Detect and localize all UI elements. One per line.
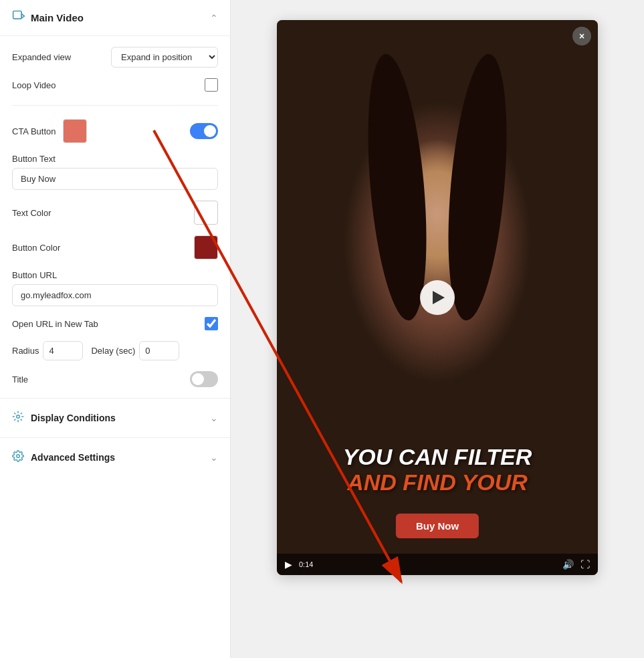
expanded-view-row: Expanded view Expand in position Expand …: [12, 47, 218, 68]
advanced-settings-label: Advanced Settings: [31, 452, 115, 463]
advanced-settings-section: Advanced Settings ⌄: [0, 437, 230, 477]
overlay-line1: YOU CAN FILTER: [290, 445, 584, 469]
radius-input[interactable]: [43, 341, 83, 360]
cta-button-label: CTA Button: [12, 126, 56, 136]
delay-input[interactable]: [139, 341, 179, 360]
play-triangle-icon: [433, 291, 445, 304]
video-close-button[interactable]: ×: [572, 27, 591, 45]
button-url-label: Button URL: [12, 270, 218, 280]
video-controls: ▶ 0:14 🔊 ⛶: [277, 554, 598, 575]
button-url-group: Button URL: [12, 270, 218, 306]
svg-point-1: [17, 415, 20, 419]
overlay-line2: AND FIND YOUR: [290, 470, 584, 495]
section-title-text: Main Video: [31, 12, 84, 23]
button-url-input[interactable]: [12, 284, 218, 306]
overlay-text: YOU CAN FILTER AND FIND YOUR: [277, 445, 598, 495]
play-button[interactable]: [420, 280, 455, 315]
cta-toggle[interactable]: [190, 123, 218, 139]
display-conditions-chevron[interactable]: ⌄: [210, 413, 218, 423]
close-icon: ×: [579, 31, 584, 41]
display-conditions-title: Display Conditions: [12, 411, 116, 425]
display-conditions-header[interactable]: Display Conditions ⌄: [0, 399, 230, 437]
title-row: Title: [12, 371, 218, 387]
svg-point-2: [17, 455, 20, 458]
delay-label: Delay (sec): [91, 346, 135, 356]
button-text-group: Button Text: [12, 154, 218, 190]
video-icon: [12, 9, 25, 26]
display-conditions-section: Display Conditions ⌄: [0, 398, 230, 437]
button-color-swatch[interactable]: [194, 235, 218, 259]
open-url-label: Open URL in New Tab: [12, 319, 98, 329]
volume-icon[interactable]: 🔊: [562, 559, 574, 570]
button-text-label: Button Text: [12, 154, 218, 164]
delay-field: Delay (sec): [91, 341, 179, 360]
title-toggle-slider: [190, 371, 218, 387]
loop-video-row: Loop Video: [12, 78, 218, 92]
title-toggle[interactable]: [190, 371, 218, 387]
button-color-row: Button Color: [12, 235, 218, 259]
text-color-row: Text Color: [12, 201, 218, 225]
video-play-control[interactable]: ▶: [285, 559, 292, 570]
settings-content: Expanded view Expand in position Expand …: [0, 36, 230, 398]
loop-video-checkbox[interactable]: [205, 78, 218, 92]
left-panel: Main Video ⌃ Expanded view Expand in pos…: [0, 0, 231, 658]
svg-rect-0: [13, 11, 22, 19]
display-conditions-label: Display Conditions: [31, 413, 116, 423]
text-color-swatch[interactable]: [194, 201, 218, 225]
radius-field: Radius: [12, 341, 83, 360]
radius-label: Radius: [12, 346, 39, 356]
advanced-settings-header[interactable]: Advanced Settings ⌄: [0, 438, 230, 477]
expanded-view-dropdown[interactable]: Expand in position Expand fullscreen Exp…: [111, 47, 218, 68]
open-url-checkbox[interactable]: [205, 317, 218, 330]
advanced-settings-title: Advanced Settings: [12, 450, 115, 465]
text-color-label: Text Color: [12, 208, 51, 218]
open-url-row: Open URL in New Tab: [12, 317, 218, 330]
display-conditions-icon: [12, 411, 24, 425]
expanded-view-label: Expanded view: [12, 52, 71, 62]
full-page: Main Video ⌃ Expanded view Expand in pos…: [0, 0, 644, 658]
section-collapse-icon[interactable]: ⌃: [210, 13, 218, 23]
section-title: Main Video: [12, 9, 84, 26]
button-color-label: Button Color: [12, 243, 60, 253]
title-label: Title: [12, 374, 28, 385]
number-row: Radius Delay (sec): [12, 341, 218, 360]
divider-1: [12, 105, 218, 106]
cta-button-row: CTA Button: [12, 119, 218, 143]
button-text-input[interactable]: [12, 168, 218, 190]
advanced-settings-chevron[interactable]: ⌄: [210, 452, 218, 463]
video-placeholder: YOU CAN FILTER AND FIND YOUR Buy Now: [277, 20, 598, 575]
fullscreen-icon[interactable]: ⛶: [580, 559, 590, 570]
video-time: 0:14: [299, 560, 313, 568]
section-header: Main Video ⌃: [0, 0, 230, 36]
loop-video-label: Loop Video: [12, 80, 56, 90]
cta-left: CTA Button: [12, 119, 87, 143]
advanced-settings-icon: [12, 450, 24, 465]
cta-color-swatch[interactable]: [63, 119, 87, 143]
right-panel: × YOU CAN FILTER AND FIND YOUR Buy Now: [231, 0, 644, 658]
video-buy-now-button[interactable]: Buy Now: [396, 514, 479, 538]
cta-toggle-slider: [190, 123, 218, 139]
video-container: × YOU CAN FILTER AND FIND YOUR Buy Now: [277, 20, 598, 575]
